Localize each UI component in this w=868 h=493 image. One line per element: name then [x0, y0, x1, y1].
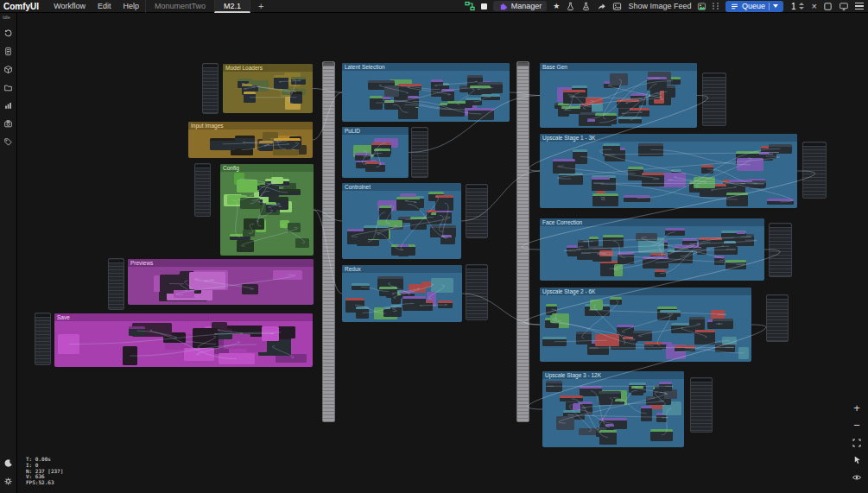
node[interactable] — [617, 99, 639, 108]
node[interactable] — [244, 218, 263, 229]
zoom-out-button[interactable]: − — [851, 420, 863, 431]
node[interactable] — [398, 84, 421, 91]
node[interactable] — [615, 399, 624, 405]
panel-node[interactable] — [766, 294, 789, 342]
node[interactable] — [396, 197, 420, 211]
node[interactable] — [578, 240, 589, 253]
fit-view-button[interactable] — [851, 437, 863, 448]
node[interactable] — [563, 90, 586, 104]
node[interactable] — [675, 345, 695, 352]
node[interactable] — [665, 228, 685, 236]
node[interactable] — [355, 153, 371, 161]
sidebar-item-tags[interactable] — [3, 137, 13, 147]
node[interactable] — [633, 331, 652, 341]
panel-node[interactable] — [702, 73, 726, 126]
node[interactable] — [441, 235, 452, 242]
node[interactable] — [262, 326, 278, 341]
manager-button[interactable]: Manager — [493, 1, 548, 11]
chevron-down-icon[interactable] — [773, 4, 778, 8]
node[interactable] — [390, 305, 402, 311]
node[interactable] — [374, 149, 390, 157]
node[interactable] — [398, 244, 409, 256]
node[interactable] — [650, 429, 673, 441]
group[interactable]: Latent Selection — [342, 63, 510, 122]
node[interactable] — [468, 108, 494, 120]
node[interactable] — [410, 217, 428, 229]
node[interactable] — [767, 199, 794, 205]
panel-node[interactable] — [202, 63, 219, 114]
node[interactable] — [356, 307, 369, 319]
node[interactable] — [435, 195, 453, 211]
group[interactable]: Base Gen — [540, 63, 697, 128]
share-button[interactable] — [597, 2, 606, 11]
group[interactable]: Redux — [342, 265, 462, 322]
node[interactable] — [244, 92, 255, 103]
node[interactable] — [210, 138, 236, 150]
node[interactable] — [737, 231, 746, 243]
node[interactable] — [259, 185, 279, 197]
node[interactable] — [713, 319, 733, 328]
node[interactable] — [559, 173, 583, 186]
node[interactable] — [655, 269, 666, 278]
node[interactable] — [659, 382, 672, 391]
panel-node[interactable] — [411, 127, 428, 178]
flask-alt-button[interactable] — [581, 2, 591, 11]
group[interactable]: Upscale Stage 1 - 3K — [540, 134, 797, 208]
toggle-visibility-button[interactable] — [851, 471, 863, 483]
node[interactable] — [352, 283, 369, 290]
node[interactable] — [642, 173, 664, 186]
node[interactable] — [592, 193, 618, 206]
node[interactable] — [295, 238, 308, 249]
group[interactable]: Save — [54, 313, 313, 367]
node[interactable] — [550, 315, 564, 323]
node[interactable] — [737, 158, 763, 171]
sidebar-item-notes[interactable] — [3, 47, 13, 56]
node[interactable] — [271, 177, 282, 184]
node[interactable] — [711, 310, 725, 319]
node[interactable] — [58, 334, 79, 355]
image-feed-toggle-button[interactable] — [697, 2, 706, 11]
drag-handle-icon[interactable] — [713, 3, 719, 9]
node[interactable] — [595, 113, 617, 123]
group[interactable]: Model Loaders — [223, 64, 313, 113]
node[interactable] — [603, 235, 624, 249]
node[interactable] — [438, 300, 453, 308]
node[interactable] — [542, 337, 567, 346]
group[interactable]: Previews — [128, 259, 314, 305]
menu-help[interactable]: Help — [117, 0, 145, 13]
panel-node[interactable] — [466, 264, 488, 320]
queue-button[interactable]: Queue — [725, 1, 783, 12]
node[interactable] — [273, 270, 302, 279]
node[interactable] — [274, 75, 288, 89]
group[interactable]: PuLID — [342, 127, 409, 178]
node[interactable] — [219, 353, 256, 365]
node[interactable] — [274, 138, 301, 149]
spinner-down-icon[interactable] — [799, 7, 804, 9]
node[interactable] — [599, 250, 613, 257]
node[interactable] — [290, 92, 302, 104]
group[interactable]: Input Images — [188, 122, 313, 158]
node[interactable] — [237, 240, 254, 252]
panel-node[interactable] — [35, 313, 51, 365]
node[interactable] — [722, 337, 738, 344]
spinner-up-icon[interactable] — [799, 3, 804, 5]
batch-count-input[interactable]: 1 — [789, 2, 806, 11]
node[interactable] — [636, 233, 657, 241]
sidebar-item-history[interactable] — [3, 28, 13, 38]
node[interactable] — [694, 330, 715, 344]
node[interactable] — [726, 193, 748, 206]
node[interactable] — [641, 406, 652, 421]
node[interactable] — [288, 223, 300, 233]
group[interactable]: Config — [220, 164, 314, 256]
node[interactable] — [725, 260, 746, 269]
node[interactable] — [466, 98, 481, 105]
group[interactable]: Upscale Stage 2 - 6K — [540, 288, 751, 362]
node[interactable] — [259, 141, 273, 151]
node[interactable] — [408, 96, 419, 107]
settings-button[interactable] — [3, 477, 13, 486]
node[interactable] — [553, 159, 575, 174]
node[interactable] — [235, 136, 255, 149]
node[interactable] — [242, 284, 257, 294]
clear-queue-button[interactable]: × — [812, 1, 817, 11]
node[interactable] — [365, 161, 379, 172]
